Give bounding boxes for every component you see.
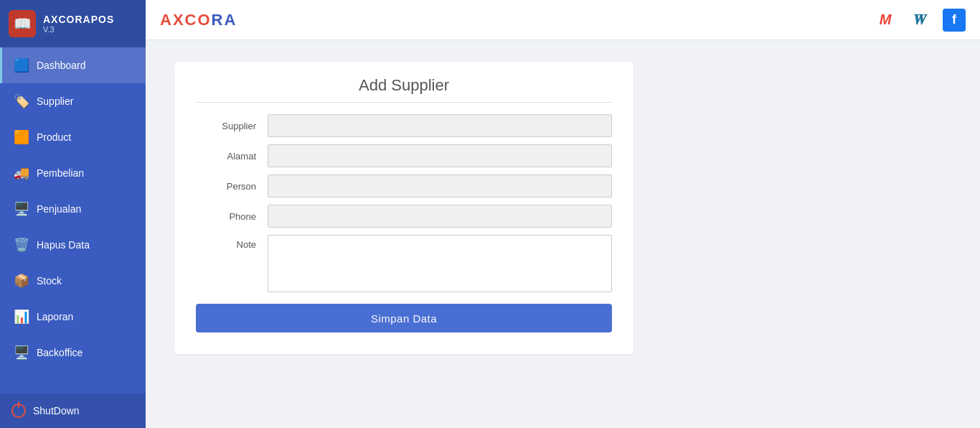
person-label: Person [196,181,268,192]
form-title: Add Supplier [196,76,612,103]
note-input[interactable] [268,235,612,292]
app-title-block: AXCORAPOS V.3 [43,14,114,34]
note-field-row: Note [196,235,612,292]
supplier-field-row: Supplier [196,114,612,137]
hapus-icon: 🗑️ [14,237,29,253]
sidebar-item-label: Laporan [37,311,73,322]
logo-part1: AXCO [160,11,212,29]
alamat-field-row: Alamat [196,144,612,167]
product-icon: 🟧 [14,129,29,145]
sidebar-item-label: Hapus Data [37,239,90,251]
sidebar-item-label: Stock [37,275,62,287]
backoffice-icon: 🖥️ [14,345,29,360]
sidebar-item-dashboard[interactable]: 🟦 Dashboard [0,47,146,83]
sidebar-item-label: Supplier [37,96,73,107]
sidebar-item-pembelian[interactable]: 🚚 Pembelian [0,155,146,191]
add-supplier-form: Add Supplier Supplier Alamat Person Phon… [174,62,633,354]
facebook-icon[interactable]: f [943,9,966,32]
save-button[interactable]: Simpan Data [196,304,612,332]
shutdown-label: ShutDown [33,405,80,417]
dashboard-icon: 🟦 [14,57,29,73]
sidebar-item-penjualan[interactable]: 🖥️ Penjualan [0,191,146,227]
sidebar-item-stock[interactable]: 📦 Stock [0,263,146,299]
supplier-input[interactable] [268,114,612,137]
sidebar-item-label: Pembelian [37,167,84,179]
sidebar-item-label: Dashboard [37,60,86,71]
topbar-icons: M 𝑾 f [874,9,966,32]
phone-field-row: Phone [196,205,612,228]
sidebar-item-laporan[interactable]: 📊 Laporan [0,299,146,335]
gmail-icon[interactable]: M [874,9,897,32]
logo-part2: RA [212,11,237,29]
pembelian-icon: 🚚 [14,165,29,181]
topbar-logo: AXCORA [160,11,237,29]
alamat-label: Alamat [196,151,268,162]
app-logo-icon: 📖 [9,10,36,37]
phone-input[interactable] [268,205,612,228]
shutdown-button[interactable]: ShutDown [0,394,146,428]
sidebar-item-product[interactable]: 🟧 Product [0,119,146,155]
person-input[interactable] [268,175,612,197]
shutdown-icon [11,404,26,418]
sidebar-header: 📖 AXCORAPOS V.3 [0,0,146,47]
app-version: V.3 [43,25,114,34]
app-title: AXCORAPOS [43,14,114,25]
penjualan-icon: 🖥️ [14,201,29,217]
laporan-icon: 📊 [14,309,29,325]
topbar: AXCORA M 𝑾 f [146,0,980,40]
sidebar-item-label: Backoffice [37,347,83,358]
supplier-label: Supplier [196,121,268,131]
sidebar-item-hapus-data[interactable]: 🗑️ Hapus Data [0,227,146,263]
stock-icon: 📦 [14,273,29,289]
main-content: AXCORA M 𝑾 f Add Supplier Supplier Alama… [146,0,980,428]
sidebar: 📖 AXCORAPOS V.3 🟦 Dashboard 🏷️ Supplier … [0,0,146,428]
sidebar-item-supplier[interactable]: 🏷️ Supplier [0,83,146,119]
sidebar-item-backoffice[interactable]: 🖥️ Backoffice [0,335,146,371]
sidebar-item-label: Product [37,131,71,143]
supplier-icon: 🏷️ [14,93,29,109]
note-label: Note [196,235,268,250]
alamat-input[interactable] [268,144,612,167]
sidebar-item-label: Penjualan [37,203,81,215]
person-field-row: Person [196,175,612,197]
wordpress-icon[interactable]: 𝑾 [908,9,931,32]
axcora-logo: AXCORA [160,11,237,29]
phone-label: Phone [196,211,268,222]
sidebar-bottom: ShutDown [0,394,146,428]
content-area: Add Supplier Supplier Alamat Person Phon… [146,40,980,428]
